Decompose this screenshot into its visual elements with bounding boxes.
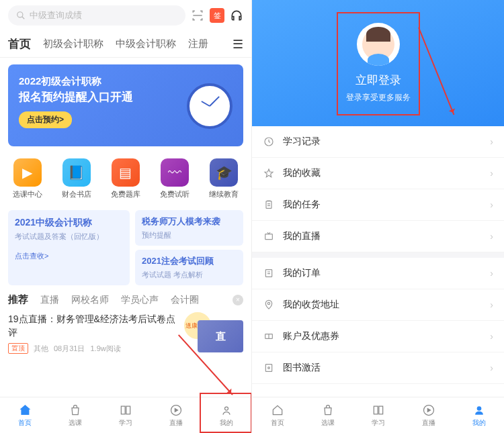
quick-education[interactable]: 🎓 继续教育 bbox=[209, 158, 239, 199]
search-placeholder: 中级查询成绩 bbox=[30, 9, 82, 21]
feed-item[interactable]: 19点直播：财务管理&经济法考后试卷点评 置顶 其他 08月31日 1.9w阅读… bbox=[0, 310, 251, 356]
bag-icon bbox=[69, 403, 82, 418]
menu-list: 学习记录 › 我的收藏 › 我的任务 › 我的直播 › 我的 bbox=[252, 126, 504, 384]
chevron-right-icon: › bbox=[490, 299, 493, 310]
menu-study-record[interactable]: 学习记录 › bbox=[252, 126, 504, 158]
person-icon bbox=[472, 403, 486, 418]
tab-intermediate[interactable]: 中级会计职称 bbox=[116, 38, 176, 50]
star-icon bbox=[263, 167, 275, 179]
feed-tab-recommend[interactable]: 推荐 bbox=[8, 293, 28, 306]
promo-cards: 2021中级会计职称 考试试题及答案（回忆版） 点击查收> 税务师万人模考来袭 … bbox=[0, 210, 251, 285]
menu-favorites[interactable]: 我的收藏 › bbox=[252, 158, 504, 189]
nav-mine[interactable]: 我的 bbox=[472, 403, 486, 428]
cap-icon: 🎓 bbox=[210, 158, 238, 187]
nav-home[interactable]: 首页 bbox=[271, 403, 284, 428]
bottom-nav-left: 首页 选课 学习 直播 我的 bbox=[0, 397, 251, 433]
menu-account-coupons[interactable]: 账户及优惠券 › bbox=[252, 321, 504, 352]
home-icon bbox=[271, 403, 284, 418]
feed-tab-voices[interactable]: 学员心声 bbox=[121, 294, 159, 306]
clipboard-icon bbox=[263, 199, 275, 211]
feed-tab-live[interactable]: 直播 bbox=[40, 294, 59, 306]
checkin-icon[interactable]: 签 bbox=[210, 8, 224, 23]
profile-header: 立即登录 登录享受更多服务 bbox=[252, 0, 504, 126]
menu-live[interactable]: 我的直播 › bbox=[252, 221, 504, 252]
menu-icon[interactable]: ☰ bbox=[233, 37, 243, 52]
search-icon bbox=[16, 11, 26, 20]
feed-tab-teachers[interactable]: 网校名师 bbox=[71, 294, 109, 306]
svg-point-3 bbox=[224, 407, 228, 410]
avatar[interactable] bbox=[357, 23, 400, 66]
order-icon bbox=[263, 267, 275, 279]
mine-screen: 立即登录 登录享受更多服务 学习记录 › 我的收藏 › 我的任务 › bbox=[252, 0, 504, 433]
quick-questions[interactable]: ▤ 免费题库 bbox=[111, 158, 140, 199]
nav-live[interactable]: 直播 bbox=[169, 403, 183, 428]
menu-address[interactable]: 我的收货地址 › bbox=[252, 289, 504, 321]
svg-rect-6 bbox=[265, 234, 273, 240]
chevron-right-icon: › bbox=[490, 268, 493, 279]
home-screen: 中级查询成绩 签 首页 初级会计职称 中级会计职称 注册 ☰ 2022初级会计职… bbox=[0, 0, 252, 433]
svg-point-8 bbox=[267, 302, 269, 304]
tab-home[interactable]: 首页 bbox=[8, 36, 31, 52]
menu-book-activate[interactable]: 图书激活 › bbox=[252, 352, 504, 384]
play-circle-icon bbox=[169, 403, 183, 418]
quick-trial[interactable]: 〰 免费试听 bbox=[160, 158, 190, 199]
coupon-icon bbox=[263, 330, 275, 342]
scan-icon[interactable] bbox=[191, 9, 204, 22]
person-icon bbox=[220, 403, 233, 418]
chevron-right-icon: › bbox=[490, 136, 493, 147]
svg-rect-7 bbox=[265, 270, 271, 277]
quick-course-center[interactable]: ▶ 选课中心 bbox=[13, 158, 42, 199]
play-circle-icon bbox=[422, 403, 435, 418]
avatar-face-icon bbox=[362, 28, 394, 60]
book-icon: ▶ bbox=[13, 158, 42, 187]
quick-bookstore[interactable]: 📘 财会书店 bbox=[62, 158, 91, 199]
feed-thumbnail: 直 bbox=[198, 320, 243, 352]
nav-courses[interactable]: 选课 bbox=[321, 403, 335, 428]
banner-cta-button[interactable]: 点击预约> bbox=[19, 111, 72, 128]
audio-icon: 〰 bbox=[161, 158, 189, 187]
chevron-right-icon: › bbox=[490, 168, 493, 179]
clock-icon bbox=[263, 136, 275, 148]
book-open-icon bbox=[372, 403, 385, 418]
card-cpa-review[interactable]: 2021注会考试回顾 考试试题 考点解析 bbox=[135, 250, 243, 285]
key-icon bbox=[263, 362, 275, 374]
headset-icon[interactable] bbox=[230, 9, 243, 22]
menu-orders[interactable]: 我的订单 › bbox=[252, 258, 504, 289]
bag-icon bbox=[321, 403, 335, 418]
login-button[interactable]: 立即登录 bbox=[355, 73, 401, 88]
chevron-right-icon: › bbox=[490, 199, 493, 210]
close-icon[interactable]: × bbox=[233, 295, 243, 305]
svg-rect-5 bbox=[266, 201, 271, 209]
nav-study[interactable]: 学习 bbox=[372, 403, 385, 428]
search-input[interactable]: 中级查询成绩 bbox=[8, 5, 185, 26]
feed-tab-circle[interactable]: 会计圈 bbox=[171, 294, 199, 306]
chevron-right-icon: › bbox=[490, 363, 493, 373]
svg-point-11 bbox=[268, 367, 270, 369]
nav-live[interactable]: 直播 bbox=[422, 403, 435, 428]
location-icon bbox=[263, 299, 275, 311]
card-intermediate-2021[interactable]: 2021中级会计职称 考试试题及答案（回忆版） 点击查收> bbox=[8, 210, 130, 285]
chevron-right-icon: › bbox=[490, 231, 493, 242]
questions-icon: ▤ bbox=[112, 158, 140, 187]
nav-courses[interactable]: 选课 bbox=[69, 403, 82, 428]
chevron-right-icon: › bbox=[490, 331, 493, 342]
nav-mine[interactable]: 我的 bbox=[220, 403, 233, 428]
tv-icon bbox=[263, 230, 275, 242]
book-open-icon bbox=[119, 403, 132, 418]
promo-banner[interactable]: 2022初级会计职称 报名预约提醒入口开通 点击预约> bbox=[8, 64, 243, 146]
tab-cpa[interactable]: 注册 bbox=[188, 38, 208, 50]
svg-point-13 bbox=[476, 406, 481, 411]
search-bar: 中级查询成绩 签 bbox=[0, 0, 251, 31]
clock-icon bbox=[187, 83, 233, 129]
menu-tasks[interactable]: 我的任务 › bbox=[252, 189, 504, 221]
card-tax-mock[interactable]: 税务师万人模考来袭 预约提醒 bbox=[135, 210, 243, 246]
login-subtitle: 登录享受更多服务 bbox=[346, 92, 411, 103]
nav-home[interactable]: 首页 bbox=[18, 403, 32, 428]
nav-study[interactable]: 学习 bbox=[119, 403, 132, 428]
feed-title: 19点直播：财务管理&经济法考后试卷点评 bbox=[8, 313, 183, 339]
tab-junior[interactable]: 初级会计职称 bbox=[43, 38, 103, 50]
svg-rect-10 bbox=[265, 365, 271, 372]
store-icon: 📘 bbox=[62, 158, 91, 187]
home-icon bbox=[18, 403, 32, 418]
bottom-nav-right: 首页 选课 学习 直播 我的 bbox=[252, 397, 504, 433]
